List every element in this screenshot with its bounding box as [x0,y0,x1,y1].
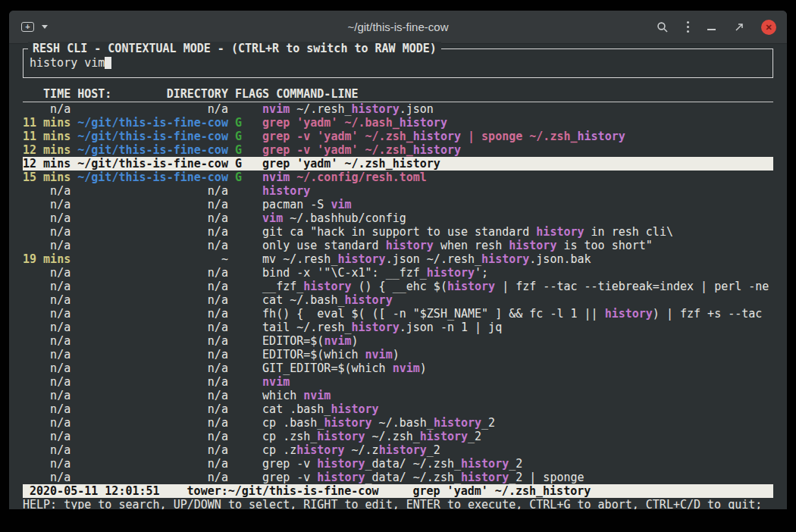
minimize-icon [707,29,716,30]
history-row[interactable]: n/a n/a cp .zhistory ~/.zhistory_2 [23,443,773,457]
history-row[interactable]: n/a n/a vim ~/.bashhub/config [23,211,773,225]
titlebar: ~/git/this-is-fine-cow + [9,11,787,44]
history-row[interactable]: n/a n/a which nvim [23,389,773,402]
search-input[interactable]: history vim [30,56,766,70]
history-row[interactable]: n/a n/a git ca "hack in support to use s… [23,225,773,239]
search-frame: RESH CLI - CONTEXTUAL MODE - (CTRL+R to … [23,49,773,78]
restore-button[interactable] [732,20,746,34]
minimize-button[interactable] [706,23,717,32]
tab-list-dropdown-button[interactable] [40,23,49,30]
history-row[interactable]: n/a n/a fh() { eval $( ([ -n "$ZSH_NAME"… [23,307,773,321]
history-row[interactable]: 12 mins ~/git/this-is-fine-cow G grep 'y… [23,157,773,171]
table-header: TIME HOST: DIRECTORY FLAGS COMMAND-LINE [23,87,773,102]
history-row[interactable]: n/a n/a EDITOR=$(which nvim) [23,348,773,361]
history-row[interactable]: n/a n/a EDITOR=$(nvim) [23,334,773,348]
new-tab-button[interactable]: + [20,20,36,33]
history-row[interactable]: n/a n/a cat ~/.bash_history [23,293,773,307]
kebab-menu-icon [687,21,690,33]
status-location: tower:~/git/this-is-fine-cow [187,484,379,498]
history-row[interactable]: n/a n/a bind -x '"\C-x1": __fzf_history'… [23,266,773,280]
history-row[interactable]: n/a n/a GIT_EDITOR=$(which nvim) [23,361,773,375]
menu-button[interactable] [685,20,691,35]
status-timestamp: 2020-05-11 12:01:51 [30,484,160,498]
history-row[interactable]: n/a n/a __fzf_history () { __ehc $(histo… [23,280,773,293]
history-row[interactable]: 11 mins ~/git/this-is-fine-cow G grep 'y… [23,116,773,130]
query-text: history vim [30,56,105,70]
history-row[interactable]: n/a n/a history [23,184,773,198]
close-button[interactable]: ✕ [761,20,776,35]
frame-title: RESH CLI - CONTEXTUAL MODE - (CTRL+R to … [28,42,441,55]
text-cursor [105,57,111,69]
chevron-down-icon [42,25,48,29]
history-row[interactable]: n/a n/a cp .zsh_history ~/.zsh_history_2 [23,430,773,443]
history-row[interactable]: n/a n/a nvim ~/.resh_history.json [23,102,773,116]
history-row[interactable]: 11 mins ~/git/this-is-fine-cow G grep -v… [23,130,773,143]
terminal-content: RESH CLI - CONTEXTUAL MODE - (CTRL+R to … [9,44,787,509]
restore-icon [734,22,744,33]
history-row[interactable]: n/a n/a only use standard history when r… [23,239,773,252]
history-row[interactable]: 19 mins ~ mv ~/.resh_history.json ~/.res… [23,252,773,266]
history-row[interactable]: n/a n/a nvim [23,375,773,389]
history-row[interactable]: n/a n/a grep -v history_data/ ~/.zsh_his… [23,471,773,484]
history-row[interactable]: n/a n/a grep -v history_data/ ~/.zsh_his… [23,457,773,471]
history-row[interactable]: 15 mins ~/git/this-is-fine-cow G nvim ~/… [23,171,773,184]
status-bar: 2020-05-11 12:01:51tower:~/git/this-is-f… [23,484,773,498]
history-rows: n/a n/a nvim ~/.resh_history.json11 mins… [23,102,773,484]
search-icon [657,21,669,33]
terminal-window: ~/git/this-is-fine-cow + [9,11,787,509]
status-command: grep 'yadm' ~/.zsh_history [412,484,591,498]
history-row[interactable]: n/a n/a tail ~/.resh_history.json -n 1 |… [23,321,773,334]
history-row[interactable]: n/a n/a cp .bash_history ~/.bash_history… [23,416,773,430]
new-tab-icon: + [21,22,34,32]
history-row[interactable]: n/a n/a cat .bash_history [23,402,773,416]
search-button[interactable] [655,20,670,35]
history-row[interactable]: 12 mins ~/git/this-is-fine-cow G grep -v… [23,143,773,157]
help-line: HELP: type to search, UP/DOWN to select,… [23,498,773,509]
history-row[interactable]: n/a n/a pacman -S vim [23,198,773,211]
